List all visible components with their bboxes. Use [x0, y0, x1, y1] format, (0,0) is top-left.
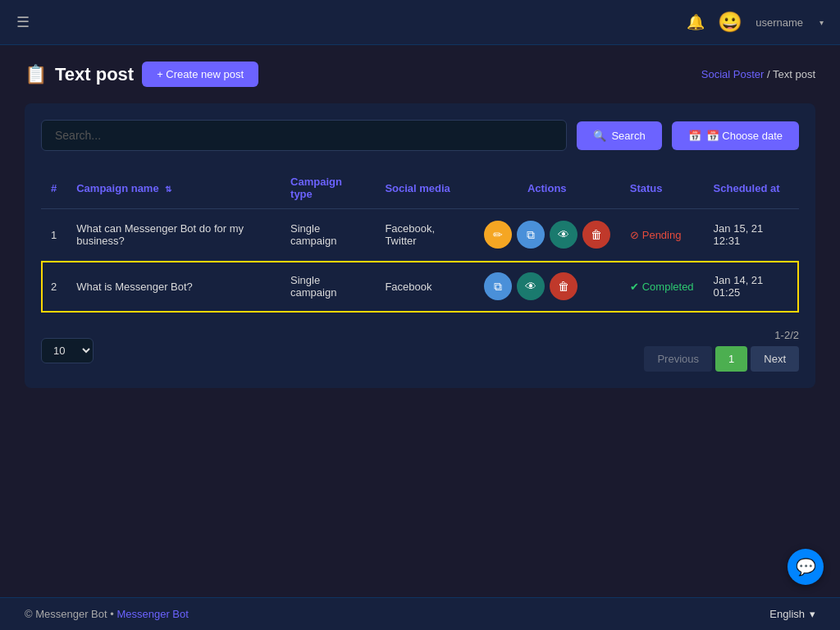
hamburger-icon[interactable]: ☰: [16, 13, 30, 31]
delete-button[interactable]: 🗑: [582, 221, 610, 249]
main-content: 📋 Text post + Create new post Social Pos…: [0, 45, 840, 404]
pending-icon: ⊘: [630, 229, 639, 241]
user-avatar[interactable]: 😀: [718, 11, 742, 34]
cell-number: 1: [41, 209, 66, 261]
footer: © Messenger Bot • Messenger Bot English …: [0, 597, 840, 630]
pagination-area: 10 25 50 100 1-2/2 Previous 1 Next: [41, 329, 799, 372]
chat-bubble-button[interactable]: 💬: [788, 549, 824, 585]
chat-icon: 💬: [796, 557, 816, 577]
per-page-wrapper: 10 25 50 100: [41, 338, 94, 363]
col-number: #: [41, 167, 66, 209]
col-campaign-type: Campaign type: [281, 167, 375, 209]
table-row: 1 What can Messenger Bot do for my busin…: [41, 209, 799, 261]
language-dropdown-arrow[interactable]: ▾: [810, 608, 815, 620]
copy-button[interactable]: ⧉: [484, 272, 512, 300]
edit-button[interactable]: ✏: [484, 221, 512, 249]
status-badge: ⊘ Pending: [630, 229, 694, 241]
create-new-post-button[interactable]: + Create new post: [142, 62, 258, 87]
breadcrumb-current: Text post: [773, 68, 815, 80]
footer-link[interactable]: Messenger Bot: [116, 608, 188, 620]
completed-icon: ✔: [630, 281, 639, 293]
pagination-right: 1-2/2 Previous 1 Next: [644, 329, 799, 372]
cell-status: ⊘ Pending: [620, 209, 704, 261]
col-social-media: Social media: [375, 167, 473, 209]
copyright-text: © Messenger Bot: [25, 608, 107, 620]
campaigns-table: # Campaign name ⇅ Campaign type Social m…: [41, 167, 799, 313]
search-input-wrapper: [41, 120, 567, 151]
breadcrumb: Social Poster / Text post: [701, 68, 815, 80]
bell-icon[interactable]: 🔔: [687, 13, 705, 31]
search-button-label: Search: [611, 130, 645, 142]
page-title-area: 📋 Text post + Create new post: [25, 62, 258, 87]
search-button[interactable]: 🔍 Search: [577, 121, 661, 150]
breadcrumb-parent-link[interactable]: Social Poster: [701, 68, 765, 80]
status-badge: ✔ Completed: [630, 281, 694, 293]
delete-button[interactable]: 🗑: [550, 272, 578, 300]
sort-icon[interactable]: ⇅: [165, 185, 171, 194]
cell-campaign-name: What can Messenger Bot do for my busines…: [66, 209, 281, 261]
cell-actions: ✏ ⧉ 👁 🗑: [474, 209, 620, 261]
language-label: English: [769, 608, 805, 620]
col-status: Status: [620, 167, 704, 209]
main-card: 🔍 Search 📅 📅 Choose date # Campaign name…: [25, 103, 815, 388]
page-header: 📋 Text post + Create new post Social Pos…: [25, 62, 815, 87]
pagination-info: 1-2/2: [774, 329, 799, 341]
footer-right: English ▾: [769, 608, 815, 620]
search-icon: 🔍: [593, 130, 606, 142]
page-title-icon: 📋: [25, 64, 47, 85]
breadcrumb-separator: /: [767, 68, 773, 80]
search-input[interactable]: [41, 120, 567, 151]
user-dropdown-arrow[interactable]: ▾: [819, 18, 824, 27]
cell-number: 2: [41, 261, 66, 313]
navbar-left: ☰: [16, 13, 30, 31]
col-campaign-name: Campaign name ⇅: [66, 167, 281, 209]
choose-date-label: 📅 Choose date: [706, 130, 783, 142]
cell-campaign-type: Single campaign: [281, 209, 375, 261]
page-title: Text post: [55, 64, 134, 85]
navbar-right: 🔔 😀 username ▾: [687, 11, 824, 34]
footer-left: © Messenger Bot • Messenger Bot: [25, 608, 189, 620]
cell-scheduled-at: Jan 15, 21 12:31: [704, 209, 799, 261]
choose-date-button[interactable]: 📅 📅 Choose date: [672, 121, 799, 150]
per-page-select[interactable]: 10 25 50 100: [41, 338, 94, 363]
cell-scheduled-at: Jan 14, 21 01:25: [704, 261, 799, 313]
cell-social-media: Facebook: [375, 261, 473, 313]
cell-status: ✔ Completed: [620, 261, 704, 313]
cell-campaign-name: What is Messenger Bot?: [66, 261, 281, 313]
view-button[interactable]: 👁: [550, 221, 578, 249]
cell-actions: ⧉ 👁 🗑: [474, 261, 620, 313]
user-name: username: [756, 16, 803, 29]
search-area: 🔍 Search 📅 📅 Choose date: [41, 120, 799, 151]
calendar-icon: 📅: [688, 130, 701, 142]
table-header: # Campaign name ⇅ Campaign type Social m…: [41, 167, 799, 209]
cell-social-media: Facebook, Twitter: [375, 209, 473, 261]
previous-button[interactable]: Previous: [644, 346, 712, 372]
cell-campaign-type: Single campaign: [281, 261, 375, 313]
col-actions: Actions: [474, 167, 620, 209]
next-button[interactable]: Next: [751, 346, 799, 372]
pagination-buttons: Previous 1 Next: [644, 346, 799, 372]
view-button[interactable]: 👁: [517, 272, 545, 300]
navbar: ☰ 🔔 😀 username ▾: [0, 0, 840, 45]
page-1-button[interactable]: 1: [715, 346, 747, 372]
copy-button[interactable]: ⧉: [517, 221, 545, 249]
table-body: 1 What can Messenger Bot do for my busin…: [41, 209, 799, 313]
col-scheduled-at: Scheduled at: [704, 167, 799, 209]
table-row: 2 What is Messenger Bot? Single campaign…: [41, 261, 799, 313]
